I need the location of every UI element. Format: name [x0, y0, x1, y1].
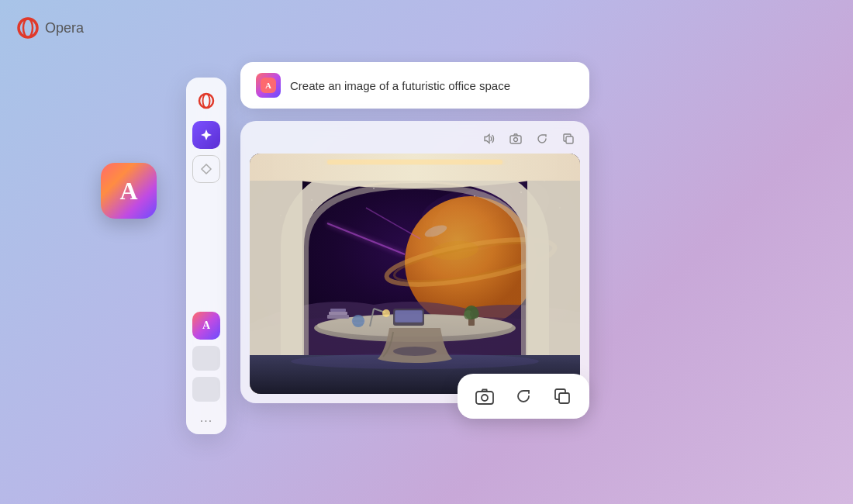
svg-rect-8	[566, 136, 573, 143]
generated-image	[250, 154, 580, 394]
sidebar-placeholder-2	[192, 377, 220, 402]
floating-camera-button[interactable]	[473, 385, 496, 408]
futuristic-office-scene	[250, 154, 580, 394]
opera-logo: Opera	[17, 17, 84, 39]
sidebar-ai-icon[interactable]	[192, 121, 220, 149]
prompt-text: Create an image of a futuristic office s…	[290, 79, 510, 92]
image-panel	[240, 121, 589, 403]
sidebar-diamond-icon[interactable]	[192, 155, 220, 183]
sidebar-opera-icon[interactable]	[192, 87, 220, 115]
floating-refresh-button[interactable]	[512, 385, 535, 408]
floating-copy-button[interactable]	[551, 385, 574, 408]
svg-rect-36	[327, 315, 349, 319]
svg-rect-57	[559, 393, 569, 403]
prompt-bar: A Create an image of a futuristic office…	[240, 62, 589, 109]
svg-point-0	[19, 19, 37, 37]
svg-text:A: A	[265, 81, 271, 90]
aria-app-icon[interactable]: A	[101, 163, 157, 219]
svg-point-51	[393, 347, 437, 356]
opera-text: Opera	[45, 20, 84, 36]
toolbar-camera-icon[interactable]	[507, 130, 524, 147]
toolbar-volume-icon[interactable]	[481, 130, 498, 147]
toolbar-refresh-icon[interactable]	[534, 130, 551, 147]
svg-rect-55	[476, 392, 493, 404]
svg-rect-31	[327, 160, 502, 164]
svg-point-7	[514, 138, 518, 142]
svg-point-2	[199, 94, 213, 108]
svg-point-1	[23, 19, 33, 37]
sidebar-aria-icon[interactable]: A	[192, 312, 220, 340]
sidebar-aria-letter: A	[202, 319, 210, 332]
sidebar-more-dots[interactable]: ...	[200, 411, 212, 425]
image-toolbar	[250, 130, 580, 154]
prompt-avatar: A	[256, 73, 281, 98]
toolbar-copy-icon[interactable]	[560, 130, 577, 147]
svg-point-56	[482, 395, 488, 401]
svg-rect-37	[329, 312, 347, 315]
sidebar: A ...	[186, 78, 226, 434]
opera-logo-icon	[17, 17, 39, 39]
svg-rect-41	[395, 311, 422, 322]
floating-actions	[458, 374, 589, 419]
svg-point-3	[203, 94, 210, 108]
aria-letter: A	[119, 177, 137, 205]
svg-rect-38	[330, 309, 346, 312]
svg-point-50	[470, 309, 479, 319]
svg-point-44	[382, 309, 390, 317]
svg-rect-6	[510, 136, 521, 143]
sidebar-placeholder-1	[192, 346, 220, 371]
svg-rect-30	[250, 154, 580, 181]
svg-point-45	[352, 315, 364, 327]
main-content: A Create an image of a futuristic office…	[240, 62, 589, 403]
